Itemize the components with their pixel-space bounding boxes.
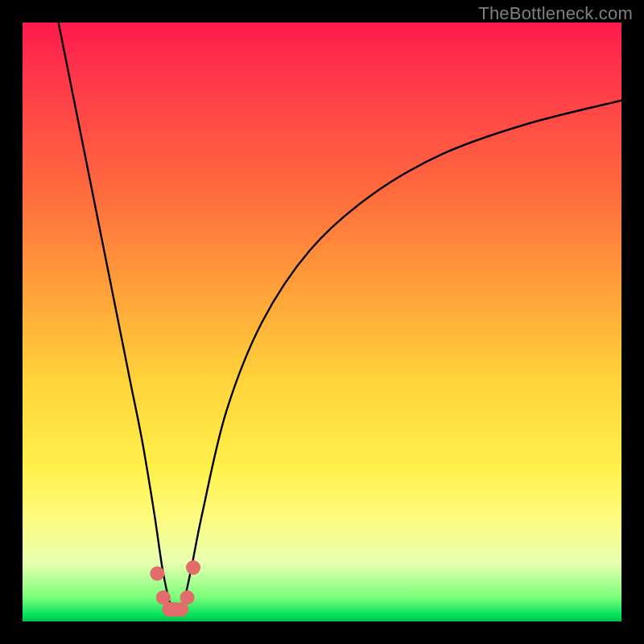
highlight-marker xyxy=(180,590,195,605)
chart-frame: TheBottleneck.com xyxy=(0,0,644,644)
watermark-text: TheBottleneck.com xyxy=(478,3,633,24)
plot-area xyxy=(23,23,621,621)
highlight-markers xyxy=(150,560,200,617)
highlight-marker xyxy=(150,566,164,580)
chart-svg xyxy=(23,23,621,621)
bottleneck-curve xyxy=(59,23,621,614)
highlight-marker xyxy=(186,560,200,575)
